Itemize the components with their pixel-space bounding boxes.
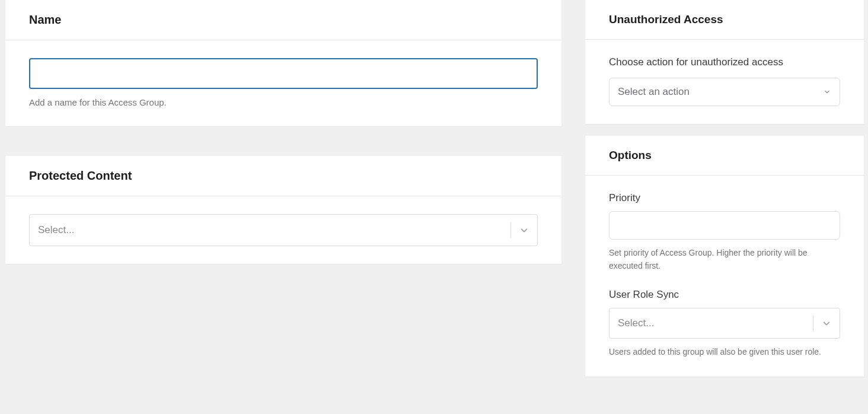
unauthorized-action-select[interactable]: Select an action bbox=[609, 78, 840, 106]
protected-card-header: Protected Content bbox=[5, 156, 561, 196]
role-sync-help-text: Users added to this group will also be g… bbox=[609, 346, 840, 359]
priority-field: Priority Set priority of Access Group. H… bbox=[609, 192, 840, 272]
role-sync-label: User Role Sync bbox=[609, 289, 840, 301]
unauthorized-title: Unauthorized Access bbox=[609, 13, 840, 26]
unauthorized-card-header: Unauthorized Access bbox=[585, 0, 864, 40]
protected-select-placeholder: Select... bbox=[38, 224, 74, 236]
role-sync-select[interactable]: Select... bbox=[609, 308, 840, 339]
options-card: Options Priority Set priority of Access … bbox=[585, 136, 864, 377]
name-card-header: Name bbox=[5, 0, 561, 40]
unauthorized-select-placeholder: Select an action bbox=[618, 86, 690, 98]
unauthorized-label: Choose action for unauthorized access bbox=[609, 56, 840, 68]
priority-input[interactable] bbox=[609, 211, 840, 240]
name-title: Name bbox=[29, 13, 538, 27]
name-card: Name Add a name for this Access Group. bbox=[5, 0, 561, 126]
role-sync-placeholder: Select... bbox=[618, 317, 654, 329]
chevron-down-icon bbox=[813, 318, 840, 329]
role-sync-field: User Role Sync Select... Users added to … bbox=[609, 289, 840, 359]
priority-help-text: Set priority of Access Group. Higher the… bbox=[609, 247, 840, 272]
protected-content-card: Protected Content Select... bbox=[5, 156, 561, 264]
protected-content-select[interactable]: Select... bbox=[29, 214, 538, 246]
protected-card-body: Select... bbox=[5, 196, 561, 264]
name-input[interactable] bbox=[29, 58, 538, 89]
protected-title: Protected Content bbox=[29, 169, 538, 183]
options-title: Options bbox=[609, 149, 840, 162]
priority-label: Priority bbox=[609, 192, 840, 204]
name-help-text: Add a name for this Access Group. bbox=[29, 97, 538, 107]
unauthorized-access-card: Unauthorized Access Choose action for un… bbox=[585, 0, 864, 124]
options-card-header: Options bbox=[585, 136, 864, 176]
options-card-body: Priority Set priority of Access Group. H… bbox=[585, 176, 864, 377]
unauthorized-card-body: Choose action for unauthorized access Se… bbox=[585, 40, 864, 124]
name-card-body: Add a name for this Access Group. bbox=[5, 40, 561, 126]
chevron-down-icon bbox=[823, 88, 831, 96]
chevron-down-icon bbox=[511, 225, 537, 235]
